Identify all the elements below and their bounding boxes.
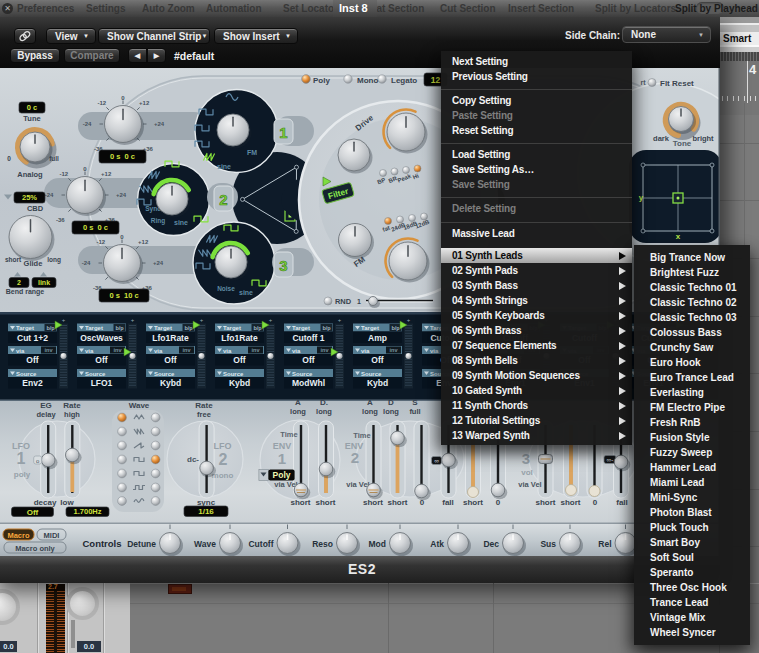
svg-text:Atk: Atk	[430, 539, 444, 549]
svg-text:via: via	[16, 348, 25, 354]
svg-text:fall: fall	[442, 498, 454, 507]
svg-text:Off: Off	[164, 355, 176, 365]
svg-text:long: long	[47, 256, 61, 264]
svg-text:1: 1	[279, 124, 287, 141]
svg-text:b/p: b/p	[115, 325, 124, 331]
svg-text:Kybd: Kybd	[160, 378, 181, 388]
svg-text:short: short	[291, 498, 311, 507]
svg-text:0: 0	[420, 498, 425, 507]
svg-text:S: S	[412, 398, 418, 407]
svg-text:-12: -12	[96, 239, 105, 245]
svg-text:Glide: Glide	[24, 259, 43, 268]
svg-text:Kybd: Kybd	[229, 378, 250, 388]
svg-text:+12: +12	[138, 239, 149, 245]
svg-text:Rel: Rel	[598, 539, 611, 549]
svg-text:free: free	[197, 410, 211, 419]
svg-text:Kybd: Kybd	[367, 378, 388, 388]
svg-text:Off: Off	[26, 355, 38, 365]
svg-text:Legato: Legato	[391, 76, 417, 85]
svg-text:-24: -24	[82, 260, 91, 266]
svg-text:Sus: Sus	[540, 539, 556, 549]
svg-text:1/16: 1/16	[198, 507, 214, 516]
svg-text:Ring: Ring	[151, 217, 165, 225]
svg-text:sine: sine	[217, 163, 231, 170]
svg-text:full: full	[49, 155, 59, 162]
svg-text:rt: rt	[640, 79, 646, 86]
svg-text:+24: +24	[154, 121, 165, 127]
svg-text:decay: decay	[34, 498, 57, 507]
svg-text:b/p: b/p	[322, 325, 331, 331]
svg-text:Source: Source	[223, 371, 244, 377]
svg-text:Detune: Detune	[127, 539, 156, 549]
svg-text:LFO: LFO	[214, 441, 232, 451]
svg-text:Lfo1Rate: Lfo1Rate	[221, 333, 258, 343]
svg-text:b/p: b/p	[46, 325, 55, 331]
svg-text:Mono: Mono	[357, 76, 378, 85]
svg-text:Macro: Macro	[7, 531, 30, 540]
svg-text:+24: +24	[153, 260, 164, 266]
svg-text:Controls: Controls	[82, 538, 121, 549]
svg-text:2: 2	[17, 279, 21, 286]
svg-text:via: via	[154, 348, 163, 354]
svg-text:0 s 10 c: 0 s 10 c	[109, 291, 138, 300]
svg-text:Tone: Tone	[673, 139, 692, 148]
svg-text:Time: Time	[353, 431, 370, 440]
svg-text:Source: Source	[85, 371, 106, 377]
svg-text:Off: Off	[27, 508, 39, 517]
svg-text:12: 12	[431, 75, 441, 85]
svg-text:0 s 0 c: 0 s 0 c	[110, 152, 135, 161]
svg-text:+: +	[338, 317, 342, 323]
svg-text:short: short	[316, 498, 336, 507]
svg-text:Tune: Tune	[23, 114, 40, 123]
svg-text:EG: EG	[40, 401, 52, 410]
svg-text:x: x	[676, 232, 681, 241]
svg-text:poly: poly	[14, 470, 31, 479]
svg-text:Env2: Env2	[22, 378, 43, 388]
svg-text:0 c: 0 c	[27, 103, 37, 112]
svg-text:1: 1	[17, 450, 26, 467]
svg-text:Reso: Reso	[312, 539, 333, 549]
svg-text:inv: inv	[45, 347, 54, 353]
svg-text:inv: inv	[114, 347, 123, 353]
svg-text:2: 2	[219, 191, 227, 208]
svg-text:long: long	[362, 407, 378, 416]
svg-text:bright: bright	[692, 134, 714, 143]
svg-text:-24: -24	[45, 192, 54, 198]
svg-text:via: via	[223, 348, 232, 354]
svg-text:Time: Time	[280, 430, 297, 439]
svg-text:short: short	[363, 498, 383, 507]
svg-text:-36: -36	[56, 217, 65, 223]
svg-text:+: +	[62, 317, 66, 323]
svg-text:inv: inv	[321, 347, 330, 353]
svg-text:Amp: Amp	[368, 333, 387, 343]
svg-text:Target: Target	[85, 325, 103, 331]
svg-text:Target: Target	[223, 325, 241, 331]
svg-text:+: +	[131, 317, 135, 323]
svg-text:25%: 25%	[22, 193, 37, 202]
svg-text:0: 0	[7, 155, 11, 162]
svg-text:sine: sine	[239, 289, 253, 296]
svg-text:Cut 1+2: Cut 1+2	[17, 333, 48, 343]
svg-text:∞-: ∞-	[607, 456, 614, 463]
svg-text:OscWaves: OscWaves	[80, 333, 123, 343]
svg-text:A: A	[295, 398, 301, 407]
svg-text:-24: -24	[83, 121, 92, 127]
svg-text:3: 3	[522, 450, 530, 467]
svg-text:inv: inv	[183, 347, 192, 353]
svg-text:0: 0	[593, 498, 598, 507]
svg-text:high: high	[64, 410, 80, 419]
svg-text:Flt Reset: Flt Reset	[660, 79, 694, 88]
svg-text:A: A	[367, 398, 373, 407]
svg-text:dc-: dc-	[187, 455, 199, 464]
svg-text:Poly: Poly	[313, 76, 330, 85]
svg-text:via Vel: via Vel	[346, 480, 369, 489]
svg-text:D: D	[388, 398, 394, 407]
svg-text:Analog: Analog	[17, 170, 43, 179]
svg-text:3: 3	[279, 257, 287, 274]
svg-text:sync: sync	[197, 498, 216, 507]
svg-text:Target: Target	[292, 325, 310, 331]
svg-text:short: short	[5, 256, 22, 263]
svg-text:Mod: Mod	[369, 539, 386, 549]
svg-text:RND: RND	[335, 297, 352, 306]
svg-text:+24: +24	[116, 192, 127, 198]
